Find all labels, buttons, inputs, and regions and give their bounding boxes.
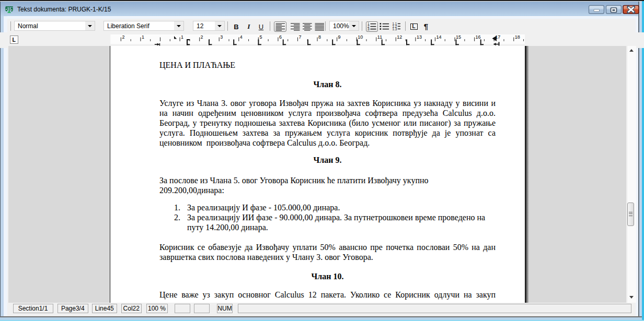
svg-text:13: 13 xyxy=(417,34,422,40)
svg-text:16: 16 xyxy=(476,34,481,40)
svg-text:11: 11 xyxy=(377,34,382,40)
svg-text:L: L xyxy=(13,37,16,43)
svg-text:3: 3 xyxy=(367,27,370,31)
svg-text:2: 2 xyxy=(201,34,203,40)
svg-text:1.3: 1.3 xyxy=(393,27,397,31)
svg-text:7: 7 xyxy=(299,34,302,40)
svg-text:9: 9 xyxy=(338,34,341,40)
svg-text:5: 5 xyxy=(259,34,262,40)
svg-text:1: 1 xyxy=(181,34,183,40)
svg-text:18: 18 xyxy=(515,34,520,40)
svg-text:4: 4 xyxy=(240,34,243,40)
svg-text:1: 1 xyxy=(142,34,144,40)
svg-text:14: 14 xyxy=(436,34,442,40)
svg-text:3: 3 xyxy=(220,34,223,40)
svg-text:8: 8 xyxy=(318,34,321,40)
svg-text:6: 6 xyxy=(279,34,282,40)
svg-text:2: 2 xyxy=(122,34,124,40)
svg-text:12: 12 xyxy=(397,34,402,40)
svg-text:10: 10 xyxy=(358,34,363,40)
svg-text:15: 15 xyxy=(456,34,461,40)
